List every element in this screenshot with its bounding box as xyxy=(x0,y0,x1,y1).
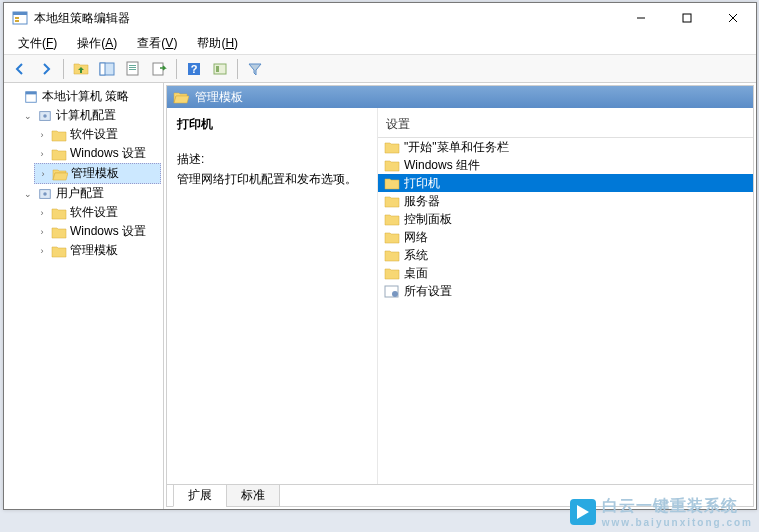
window-title: 本地组策略编辑器 xyxy=(34,10,618,27)
chevron-right-icon[interactable]: › xyxy=(36,148,48,160)
chevron-down-icon[interactable]: ⌄ xyxy=(22,110,34,122)
settings-list-pane: 设置 "开始"菜单和任务栏Windows 组件打印机服务器控制面板网络系统桌面所… xyxy=(377,108,753,484)
chevron-down-icon[interactable]: ⌄ xyxy=(22,188,34,200)
watermark-brand: 白云一键重装系统 xyxy=(602,496,753,517)
svg-point-28 xyxy=(43,192,47,196)
app-icon xyxy=(12,10,28,26)
folder-open-icon xyxy=(173,90,189,104)
svg-rect-10 xyxy=(15,17,19,19)
list-item[interactable]: Windows 组件 xyxy=(378,156,753,174)
svg-rect-17 xyxy=(100,63,105,75)
folder-icon xyxy=(384,176,400,190)
folder-icon xyxy=(384,266,400,280)
maximize-button[interactable] xyxy=(664,3,710,33)
description-text: 管理网络打印机配置和发布选项。 xyxy=(177,171,367,188)
filter-button[interactable] xyxy=(243,57,267,81)
svg-rect-9 xyxy=(13,12,27,15)
detail-body: 打印机 描述: 管理网络打印机配置和发布选项。 设置 "开始"菜单和任务栏Win… xyxy=(167,108,753,484)
list-item[interactable]: 打印机 xyxy=(378,174,753,192)
svg-rect-18 xyxy=(153,63,163,75)
list-item-label: 桌面 xyxy=(404,265,428,282)
folder-icon xyxy=(384,158,400,172)
chevron-right-icon[interactable]: › xyxy=(36,129,48,141)
scope-tree[interactable]: 本地计算机 策略⌄计算机配置›软件设置›Windows 设置›管理模板⌄用户配置… xyxy=(4,83,164,509)
tree-node[interactable]: ›Windows 设置 xyxy=(34,144,161,163)
detail-header: 管理模板 xyxy=(167,86,753,108)
menu-v[interactable]: 查看(V) xyxy=(127,33,187,54)
folder-icon xyxy=(384,140,400,154)
list-item-label: 网络 xyxy=(404,229,428,246)
show-tree-button[interactable] xyxy=(95,57,119,81)
list-item[interactable]: "开始"菜单和任务栏 xyxy=(378,138,753,156)
settings-icon xyxy=(384,284,400,298)
list-item-label: 打印机 xyxy=(404,175,440,192)
close-button[interactable] xyxy=(710,3,756,33)
selected-item-title: 打印机 xyxy=(177,116,367,133)
chevron-right-icon[interactable]: › xyxy=(36,245,48,257)
tab-extended[interactable]: 扩展 xyxy=(173,485,227,507)
list-item-label: Windows 组件 xyxy=(404,157,480,174)
folder-icon xyxy=(384,230,400,244)
nav-forward-button[interactable] xyxy=(34,57,58,81)
folder-icon xyxy=(384,212,400,226)
tree-root-node[interactable]: 本地计算机 策略 xyxy=(6,87,161,106)
content-area: 本地计算机 策略⌄计算机配置›软件设置›Windows 设置›管理模板⌄用户配置… xyxy=(4,83,756,509)
description-pane: 打印机 描述: 管理网络打印机配置和发布选项。 xyxy=(167,108,377,484)
tree-node[interactable]: ›Windows 设置 xyxy=(34,222,161,241)
list-item[interactable]: 服务器 xyxy=(378,192,753,210)
svg-rect-21 xyxy=(214,64,226,74)
tree-node[interactable]: ›管理模板 xyxy=(34,163,161,184)
tree-node[interactable]: ›管理模板 xyxy=(34,241,161,260)
toolbar-separator xyxy=(176,59,177,79)
watermark: 白云一键重装系统 www.baiyunxitong.com xyxy=(570,496,753,528)
minimize-button[interactable] xyxy=(618,3,664,33)
description-label: 描述: xyxy=(177,151,367,168)
watermark-logo-icon xyxy=(570,499,596,525)
svg-point-26 xyxy=(43,114,47,118)
tree-group-1[interactable]: ⌄用户配置 xyxy=(20,184,161,203)
options-button[interactable] xyxy=(208,57,232,81)
window-controls xyxy=(618,3,756,33)
tree-node[interactable]: ›软件设置 xyxy=(34,203,161,222)
tab-standard[interactable]: 标准 xyxy=(226,485,280,507)
toolbar: ? xyxy=(4,55,756,83)
toolbar-separator xyxy=(237,59,238,79)
menu-f[interactable]: 文件(F) xyxy=(8,33,67,54)
folder-icon xyxy=(384,248,400,262)
svg-rect-24 xyxy=(26,91,37,94)
list-item-label: 控制面板 xyxy=(404,211,452,228)
svg-text:?: ? xyxy=(191,63,198,75)
properties-button[interactable] xyxy=(121,57,145,81)
help-button[interactable]: ? xyxy=(182,57,206,81)
svg-rect-11 xyxy=(15,20,19,22)
list-item[interactable]: 系统 xyxy=(378,246,753,264)
list-column-header[interactable]: 设置 xyxy=(378,112,753,138)
list-item-label: 所有设置 xyxy=(404,283,452,300)
menubar: 文件(F)操作(A)查看(V)帮助(H) xyxy=(4,33,756,55)
nav-back-button[interactable] xyxy=(8,57,32,81)
export-button[interactable] xyxy=(147,57,171,81)
chevron-right-icon[interactable]: › xyxy=(36,207,48,219)
menu-a[interactable]: 操作(A) xyxy=(67,33,127,54)
chevron-right-icon[interactable]: › xyxy=(37,168,49,180)
titlebar: 本地组策略编辑器 xyxy=(4,3,756,33)
list-item-label: 系统 xyxy=(404,247,428,264)
chevron-right-icon[interactable]: › xyxy=(36,226,48,238)
tree-node[interactable]: ›软件设置 xyxy=(34,125,161,144)
up-level-button[interactable] xyxy=(69,57,93,81)
list-item[interactable]: 所有设置 xyxy=(378,282,753,300)
list-item[interactable]: 控制面板 xyxy=(378,210,753,228)
tree-group-0[interactable]: ⌄计算机配置 xyxy=(20,106,161,125)
detail-header-label: 管理模板 xyxy=(195,89,243,106)
list-item[interactable]: 桌面 xyxy=(378,264,753,282)
list-item[interactable]: 网络 xyxy=(378,228,753,246)
list-item-label: "开始"菜单和任务栏 xyxy=(404,139,509,156)
folder-icon xyxy=(384,194,400,208)
list-item-label: 服务器 xyxy=(404,193,440,210)
toolbar-separator xyxy=(63,59,64,79)
detail-panel: 管理模板 打印机 描述: 管理网络打印机配置和发布选项。 设置 "开始"菜单和任… xyxy=(166,85,754,507)
svg-rect-22 xyxy=(216,66,219,72)
menu-h[interactable]: 帮助(H) xyxy=(187,33,248,54)
watermark-url: www.baiyunxitong.com xyxy=(602,517,753,528)
svg-rect-13 xyxy=(683,14,691,22)
